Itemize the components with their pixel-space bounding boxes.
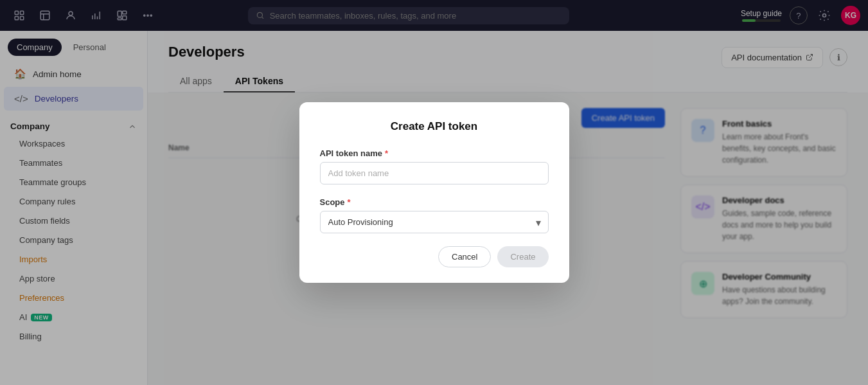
scope-select[interactable]: Auto Provisioning Read only Read & write [320, 211, 549, 233]
scope-label: Scope * [320, 197, 549, 207]
modal-title: Create API token [320, 120, 549, 133]
token-name-field: API token name * [320, 148, 549, 184]
cancel-button[interactable]: Cancel [438, 246, 491, 267]
token-name-label: API token name * [320, 148, 549, 158]
create-button[interactable]: Create [497, 246, 548, 267]
modal-overlay: Create API token API token name * Scope … [0, 0, 868, 385]
token-name-required: * [385, 148, 388, 158]
token-name-input[interactable] [320, 162, 549, 184]
modal-actions: Cancel Create [320, 246, 549, 267]
create-api-token-modal: Create API token API token name * Scope … [299, 102, 569, 283]
scope-field: Scope * Auto Provisioning Read only Read… [320, 197, 549, 233]
scope-required: * [348, 197, 351, 207]
scope-select-wrapper: Auto Provisioning Read only Read & write [320, 211, 549, 233]
